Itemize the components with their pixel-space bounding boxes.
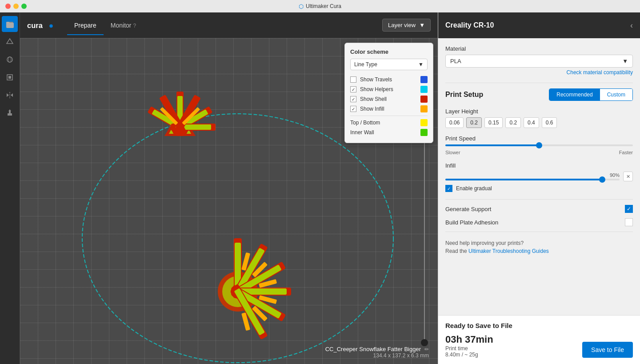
infill-label: Infill bbox=[445, 162, 633, 169]
sidebar-item-scale[interactable] bbox=[2, 69, 18, 85]
maximize-button[interactable] bbox=[21, 4, 27, 9]
material-label: Material bbox=[445, 45, 633, 52]
layer-height-label: Layer Height bbox=[445, 108, 633, 115]
lh-option-04[interactable]: 0.4 bbox=[524, 117, 539, 128]
titlebar-buttons[interactable] bbox=[5, 4, 27, 9]
close-button[interactable] bbox=[5, 4, 11, 9]
color-scheme-title: Color scheme bbox=[350, 48, 428, 55]
svg-point-13 bbox=[49, 24, 53, 28]
lh-option-02[interactable]: 0.2 bbox=[466, 117, 482, 128]
speed-slider-fill bbox=[445, 144, 539, 146]
tab-custom[interactable]: Custom bbox=[600, 89, 632, 100]
tab-recommended[interactable]: Recommended bbox=[549, 89, 600, 100]
cs-item-travels[interactable]: Show Travels bbox=[350, 75, 428, 84]
print-speed-section: Print Speed Slower Faster bbox=[445, 135, 633, 155]
panel-content: Material PLA ▼ Check material compatibil… bbox=[438, 38, 640, 315]
cs-item-infill[interactable]: ✓ Show Infill bbox=[350, 104, 428, 114]
enable-gradual-checkbox[interactable]: ✓ bbox=[445, 185, 452, 192]
layer-view-dropdown[interactable]: Layer view ▼ bbox=[382, 19, 431, 32]
viewport[interactable]: cura Prepare Monitor ? Layer view ▼ bbox=[20, 12, 438, 364]
titlebar: ⬡ Ultimaker Cura bbox=[0, 0, 640, 12]
speed-slider-bar[interactable] bbox=[445, 144, 633, 146]
material-row: PLA ▼ bbox=[445, 55, 633, 68]
svg-marker-8 bbox=[11, 93, 13, 97]
svg-rect-9 bbox=[8, 113, 12, 116]
dropdown-arrow-icon: ▼ bbox=[419, 22, 425, 28]
lh-option-06[interactable]: 0.6 bbox=[542, 117, 557, 128]
top-bar: cura Prepare Monitor ? Layer view ▼ bbox=[20, 12, 438, 38]
material-usage-label: 8.40m / ~ 25g bbox=[445, 352, 493, 358]
build-plate-row: Build Plate Adhesion bbox=[445, 218, 633, 226]
generate-support-checkbox[interactable]: ✓ bbox=[625, 205, 633, 213]
print-time: 03h 37min bbox=[445, 334, 493, 345]
cs-checkbox-shell[interactable]: ✓ bbox=[350, 96, 356, 102]
infill-slider-bar[interactable] bbox=[445, 179, 620, 180]
generate-support-row: Generate Support ✓ bbox=[445, 205, 633, 213]
app-title: Ultimaker Cura bbox=[306, 3, 341, 9]
panel-printer-name: Creality CR-10 bbox=[445, 21, 494, 29]
lh-option-015[interactable]: 0.15 bbox=[484, 117, 503, 128]
nav-tabs: Prepare Monitor ? bbox=[67, 19, 143, 32]
sidebar-item-rotate[interactable] bbox=[2, 52, 18, 68]
material-section: Material PLA ▼ Check material compatibil… bbox=[445, 45, 633, 76]
troubleshooting-link[interactable]: Ultimaker Troubleshooting Guides bbox=[468, 248, 549, 254]
dropdown-chevron-icon: ▼ bbox=[418, 61, 424, 68]
cs-checkbox-travels[interactable] bbox=[350, 76, 356, 83]
infill-slider-fill bbox=[445, 179, 602, 180]
enable-gradual-label: Enable gradual bbox=[456, 185, 492, 192]
save-to-file-button[interactable]: Save to File bbox=[582, 342, 633, 358]
panel-header: Creality CR-10 ‹ bbox=[438, 12, 640, 38]
material-selected-value: PLA bbox=[450, 58, 461, 64]
infill-slider-thumb[interactable] bbox=[599, 176, 605, 183]
edit-model-icon[interactable]: ✏ bbox=[424, 346, 429, 352]
slider-handle-bottom[interactable] bbox=[421, 339, 428, 346]
sidebar-item-support[interactable] bbox=[2, 105, 18, 121]
minimize-button[interactable] bbox=[13, 4, 19, 9]
tab-prepare[interactable]: Prepare bbox=[67, 19, 104, 32]
right-panel: Creality CR-10 ‹ Material PLA ▼ Check ma… bbox=[438, 12, 640, 364]
svg-point-3 bbox=[8, 57, 11, 62]
save-row: 03h 37min Print time 8.40m / ~ 25g Save … bbox=[445, 334, 633, 358]
model-name-label: CC_Creeper Snowflake Fatter Bigger bbox=[325, 346, 421, 352]
cs-item-top-bottom: Top / Bottom bbox=[350, 118, 428, 128]
cs-item-inner-wall: Inner Wall bbox=[350, 128, 428, 137]
titlebar-title: ⬡ Ultimaker Cura bbox=[299, 3, 341, 10]
material-dropdown[interactable]: PLA ▼ bbox=[445, 55, 633, 68]
build-plate-checkbox[interactable] bbox=[625, 218, 633, 226]
infill-slider-container: 90% bbox=[445, 172, 620, 180]
monitor-help-icon: ? bbox=[133, 23, 136, 29]
infill-row: 90% ✕ bbox=[445, 172, 633, 181]
help-section: Need help improving your prints? Read th… bbox=[445, 239, 633, 255]
panel-expand-icon[interactable]: ‹ bbox=[630, 21, 633, 30]
sidebar-item-mirror[interactable] bbox=[2, 87, 18, 103]
generate-support-label: Generate Support bbox=[445, 206, 620, 212]
check-material-link[interactable]: Check material compatibility bbox=[445, 69, 633, 76]
infill-percent-label: 90% bbox=[445, 172, 620, 178]
layer-height-options: 0.06 0.2 0.15 0.2 0.4 0.6 bbox=[445, 117, 633, 128]
color-scheme-dropdown[interactable]: Line Type ▼ bbox=[350, 59, 428, 70]
cs-item-helpers[interactable]: ✓ Show Helpers bbox=[350, 84, 428, 94]
model-dimensions-label: 134.4 x 137.2 x 6.3 mm bbox=[325, 352, 429, 359]
print-speed-label: Print Speed bbox=[445, 135, 633, 142]
sidebar-item-objects[interactable] bbox=[2, 34, 18, 50]
lh-option-02b[interactable]: 0.2 bbox=[505, 117, 521, 128]
svg-marker-1 bbox=[7, 39, 13, 44]
infill-reset-button[interactable]: ✕ bbox=[623, 172, 633, 181]
print-setup-title: Print Setup bbox=[445, 91, 483, 99]
bottom-info-bar: CC_Creeper Snowflake Fatter Bigger ✏ 134… bbox=[325, 346, 429, 359]
speed-faster-label: Faster bbox=[619, 150, 633, 155]
tab-monitor[interactable]: Monitor ? bbox=[104, 19, 143, 32]
logo: cura bbox=[27, 20, 54, 31]
infill-section: Infill 90% ✕ ✓ Enable gradual bbox=[445, 162, 633, 192]
cs-checkbox-helpers[interactable]: ✓ bbox=[350, 86, 356, 92]
speed-labels: Slower Faster bbox=[445, 150, 633, 155]
lh-option-006[interactable]: 0.06 bbox=[445, 117, 464, 128]
cs-color-shell bbox=[420, 96, 428, 103]
cs-checkbox-infill[interactable]: ✓ bbox=[350, 106, 356, 112]
sidebar-item-folder[interactable] bbox=[2, 16, 18, 32]
cs-item-shell[interactable]: ✓ Show Shell bbox=[350, 94, 428, 104]
speed-slider-thumb[interactable] bbox=[536, 142, 542, 148]
save-section: Ready to Save to File 03h 37min Print ti… bbox=[438, 315, 640, 364]
build-plate-label: Build Plate Adhesion bbox=[445, 219, 620, 226]
svg-point-2 bbox=[7, 57, 12, 62]
